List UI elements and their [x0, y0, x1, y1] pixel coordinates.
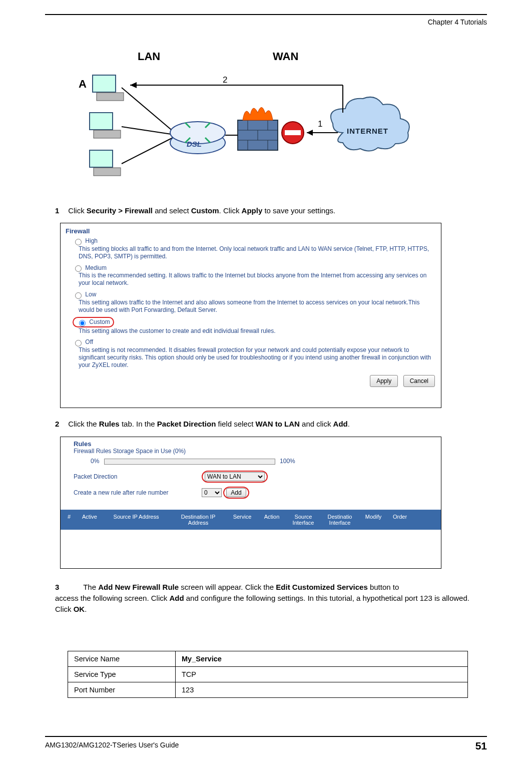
col-num: #	[63, 514, 76, 526]
storage-bar	[104, 459, 275, 465]
col-modify: Modify	[360, 514, 387, 526]
firewall-option-custom-highlight: Custom	[73, 317, 114, 327]
firewall-custom-desc: This setting allows the customer to crea…	[61, 327, 441, 338]
step-2: 2 Click the Rules tab. In the Packet Dir…	[55, 419, 482, 430]
firewall-off-desc: This setting is not recommended. It disa…	[61, 346, 441, 372]
storage-hundred: 100%	[280, 458, 295, 465]
rules-title: Rules	[61, 437, 441, 448]
arrow-1-label: 1	[318, 119, 322, 129]
firewall-option-custom[interactable]: Custom	[77, 318, 110, 325]
col-service: Service	[228, 514, 257, 526]
port-number-label: Port Number	[68, 682, 176, 698]
computer-icon	[90, 113, 121, 138]
rules-table-header: # Active Source IP Address Destination I…	[61, 510, 441, 530]
table-row: Port Number 123	[68, 682, 468, 698]
packet-direction-highlight: WAN to LAN	[202, 471, 268, 483]
rules-panel: Rules Firewall Rules Storage Space in Us…	[60, 437, 441, 569]
svg-marker-23	[307, 130, 313, 136]
internet-text: INTERNET	[347, 127, 388, 135]
firewall-title: Firewall	[61, 223, 441, 237]
footer-guide: AMG1302/AMG1202-TSeries User's Guide	[45, 741, 179, 749]
apply-button[interactable]: Apply	[370, 375, 398, 387]
table-row: Service Name My_Service	[68, 651, 468, 667]
table-row: Service Type TCP	[68, 667, 468, 682]
svg-rect-0	[93, 75, 116, 92]
svg-rect-4	[90, 150, 113, 167]
svg-line-8	[122, 135, 178, 164]
port-number-value: 123	[176, 682, 468, 698]
arrow-2-label: 2	[223, 75, 227, 85]
step-number: 1	[55, 205, 66, 216]
col-active: Active	[78, 514, 102, 526]
svg-rect-3	[94, 130, 121, 138]
svg-rect-20	[285, 130, 301, 135]
lan-label: LAN	[138, 50, 160, 63]
chapter-title: Chapter 4 Tutorials	[428, 18, 487, 26]
step-3-cont: access the following screen. Click Add a…	[55, 593, 482, 615]
footer-rule	[45, 736, 487, 737]
rule-number-select[interactable]: 0	[202, 488, 222, 497]
step-1-text: Click Security > Firewall and select Cus…	[68, 206, 335, 215]
add-button[interactable]: Add	[226, 488, 246, 497]
firewall-low-desc: This setting allows traffic to the Inter…	[61, 299, 441, 317]
network-diagram: LAN WAN A	[73, 48, 438, 193]
computer-icon	[90, 150, 121, 176]
col-action: Action	[259, 514, 285, 526]
firewall-option-high[interactable]: High	[73, 237, 98, 244]
firewall-option-medium[interactable]: Medium	[73, 264, 107, 271]
packet-direction-label: Packet Direction	[74, 473, 189, 480]
step-number: 2	[55, 419, 66, 430]
firewall-medium-desc: This is the recommended setting. It allo…	[61, 272, 441, 290]
dsl-text: DSL	[187, 140, 202, 148]
create-rule-label: Create a new rule after rule number	[74, 489, 189, 496]
firewall-option-low[interactable]: Low	[73, 291, 96, 298]
svg-rect-5	[94, 168, 121, 176]
service-table: Service Name My_Service Service Type TCP…	[68, 651, 468, 698]
firewall-option-off[interactable]: Off	[73, 338, 93, 345]
col-source: Source IP Address	[104, 514, 169, 526]
col-src-if: Source Interface	[287, 514, 320, 526]
add-button-highlight: Add	[223, 487, 249, 499]
col-dst-if: Destinatio Interface	[322, 514, 358, 526]
firewall-panel: Firewall High This setting blocks all tr…	[60, 223, 441, 408]
cancel-button[interactable]: Cancel	[403, 375, 435, 387]
storage-zero: 0%	[91, 458, 99, 465]
col-dest: Destination IP Address	[171, 514, 226, 526]
wan-label: WAN	[273, 50, 298, 63]
step-number: 3	[55, 582, 66, 593]
svg-marker-26	[130, 82, 137, 88]
step-2-text: Click the Rules tab. In the Packet Direc…	[68, 420, 350, 428]
service-name-value: My_Service	[176, 651, 468, 667]
storage-label: Firewall Rules Storage Space in Use (0%)	[61, 448, 441, 457]
computer-icon	[93, 75, 124, 101]
page-number: 51	[475, 740, 487, 752]
dsl-router-icon: DSL	[170, 122, 225, 154]
service-name-label: Service Name	[68, 651, 176, 667]
step-1: 1 Click Security > Firewall and select C…	[55, 205, 482, 216]
col-order: Order	[389, 514, 411, 526]
header-rule	[45, 14, 487, 15]
firewall-icon	[238, 107, 278, 150]
step-3: 3 The Add New Firewall Rule screen will …	[55, 582, 482, 614]
svg-rect-1	[97, 93, 124, 101]
firewall-high-desc: This setting blocks all traffic to and f…	[61, 245, 441, 263]
svg-rect-2	[90, 113, 113, 130]
step-3-text: The Add New Firewall Rule screen will ap…	[83, 583, 399, 591]
service-type-label: Service Type	[68, 667, 176, 682]
packet-direction-select[interactable]: WAN to LAN	[205, 472, 265, 481]
service-type-value: TCP	[176, 667, 468, 682]
page: Chapter 4 Tutorials LAN WAN A	[0, 0, 532, 763]
no-entry-icon	[282, 122, 304, 144]
a-label: A	[79, 78, 87, 90]
